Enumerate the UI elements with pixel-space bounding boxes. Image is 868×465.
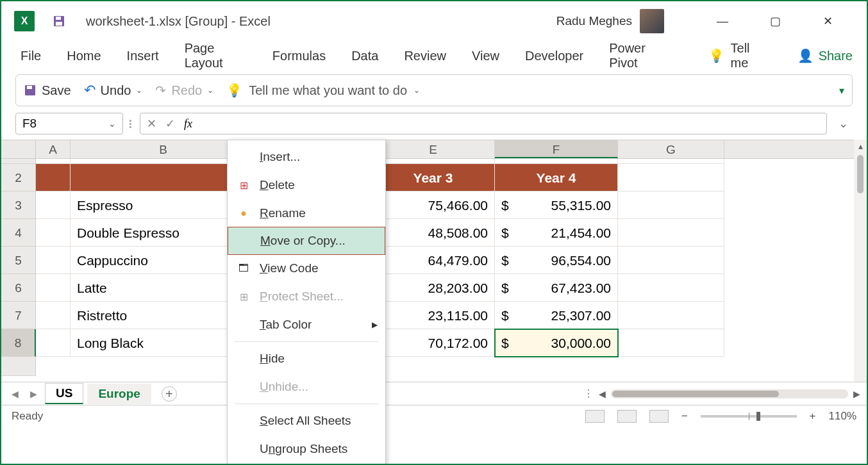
tab-file[interactable]: File	[15, 45, 46, 67]
menu-insert[interactable]: Insert...	[228, 143, 385, 171]
cell[interactable]	[36, 247, 71, 274]
menu-delete[interactable]: ⊞Delete	[228, 171, 385, 199]
col-header-G[interactable]: G	[618, 140, 724, 158]
cell[interactable]	[618, 274, 724, 302]
menu-select-all-sheets[interactable]: Select All Sheets	[228, 407, 385, 435]
zoom-slider[interactable]	[701, 415, 797, 418]
tab-data[interactable]: Data	[346, 45, 383, 67]
col-header-F[interactable]: F	[495, 140, 618, 158]
tab-insert[interactable]: Insert	[122, 45, 164, 67]
tab-page-layout[interactable]: Page Layout	[179, 37, 252, 74]
sheet-tab-us[interactable]: US	[45, 383, 83, 404]
cell[interactable]	[36, 164, 71, 192]
cancel-icon[interactable]: ✕	[147, 117, 156, 131]
share-button[interactable]: 👤 Share	[797, 48, 853, 63]
name-box[interactable]: F8 ⌄	[15, 113, 123, 135]
cell[interactable]	[36, 219, 71, 247]
menu-ungroup-sheets[interactable]: Ungroup Sheets	[228, 435, 385, 463]
formula-bar[interactable]: ✕ ✓ fx	[140, 113, 827, 135]
scroll-up-icon[interactable]: ▴	[858, 140, 863, 152]
cell[interactable]	[36, 302, 71, 329]
cell[interactable]	[618, 329, 724, 357]
cell[interactable]: $96,554.00	[495, 247, 618, 274]
close-button[interactable]: ✕	[813, 11, 842, 31]
cell[interactable]: $64,479.00	[372, 247, 495, 274]
scroll-thumb[interactable]	[857, 155, 864, 193]
sheet-tab-europe[interactable]: Europe	[87, 384, 151, 404]
menu-hide[interactable]: Hide	[228, 345, 385, 373]
col-header-A[interactable]: A	[36, 140, 71, 158]
row-header-2[interactable]: 2	[1, 164, 36, 192]
cell[interactable]	[618, 164, 724, 192]
chevron-down-icon[interactable]: ⌄	[136, 86, 142, 95]
cell[interactable]	[618, 192, 724, 219]
cell[interactable]: $67,423.00	[495, 274, 618, 302]
chevron-down-icon[interactable]: ⌄	[207, 86, 213, 95]
zoom-out-button[interactable]: −	[681, 410, 688, 423]
view-normal-button[interactable]	[585, 410, 605, 423]
row-header-3[interactable]: 3	[1, 192, 36, 219]
tab-developer[interactable]: Developer	[520, 45, 588, 67]
tab-view[interactable]: View	[467, 45, 505, 67]
redo-button[interactable]: ↷ Redo ⌄	[155, 83, 213, 98]
menu-view-code[interactable]: 🗔View Code	[228, 254, 385, 282]
maximize-button[interactable]: ▢	[760, 11, 790, 31]
sheet-nav-prev[interactable]: ◀	[8, 389, 22, 399]
menu-move-or-copy[interactable]: Move or Copy...	[228, 227, 385, 255]
cell[interactable]: $55,315.00	[495, 192, 618, 219]
grip-icon[interactable]	[129, 116, 133, 131]
col-header-E[interactable]: E	[372, 140, 495, 158]
scroll-right-icon[interactable]: ▶	[853, 389, 860, 399]
tab-review[interactable]: Review	[399, 45, 451, 67]
menu-tab-color[interactable]: Tab Color▶	[228, 311, 385, 339]
tab-power-pivot[interactable]: Power Pivot	[604, 37, 673, 74]
row-header-1[interactable]	[1, 159, 36, 164]
cell[interactable]	[36, 192, 71, 219]
cell[interactable]	[36, 329, 71, 357]
select-all-corner[interactable]	[1, 140, 36, 158]
enter-icon[interactable]: ✓	[165, 117, 175, 131]
cell[interactable]	[618, 302, 724, 329]
row-header-6[interactable]: 6	[1, 274, 36, 302]
add-sheet-button[interactable]: +	[162, 386, 177, 402]
cell[interactable]	[618, 247, 724, 274]
cell[interactable]: $28,203.00	[372, 274, 495, 302]
save-icon[interactable]	[53, 15, 65, 28]
horizontal-scrollbar[interactable]: ⋮ ◀ ▶	[583, 388, 860, 400]
vertical-scrollbar[interactable]: ▴	[854, 140, 867, 382]
marker-icon[interactable]: ▾	[839, 85, 844, 97]
row-header-4[interactable]: 4	[1, 219, 36, 247]
cell[interactable]: $48,508.00	[372, 219, 495, 247]
cell[interactable]: $25,307.00	[495, 302, 618, 329]
undo-button[interactable]: ↶ Undo ⌄	[84, 82, 143, 99]
user-name[interactable]: Radu Meghes	[556, 14, 632, 28]
cell[interactable]	[618, 219, 724, 247]
cell[interactable]: $23,115.00	[372, 302, 495, 329]
cell[interactable]: Year 3	[372, 164, 495, 192]
scroll-left-icon[interactable]: ◀	[599, 389, 606, 399]
row-header-5[interactable]: 5	[1, 247, 36, 274]
expand-formula-bar[interactable]: ⌄	[833, 117, 853, 131]
tab-home[interactable]: Home	[62, 45, 106, 67]
view-page-break-button[interactable]	[649, 410, 669, 423]
row-header-9[interactable]	[1, 357, 36, 376]
fx-icon[interactable]: fx	[184, 117, 192, 131]
tab-formulas[interactable]: Formulas	[267, 45, 331, 67]
menu-protect-sheet[interactable]: ⊞Protect Sheet...	[228, 282, 385, 311]
zoom-in-button[interactable]: +	[810, 410, 816, 423]
zoom-level[interactable]: 110%	[829, 410, 856, 423]
cell[interactable]: Year 4	[495, 164, 618, 192]
tell-me-label[interactable]: Tell me	[731, 41, 763, 70]
cell[interactable]: $75,466.00	[372, 192, 495, 219]
menu-rename[interactable]: ●Rename	[228, 199, 385, 227]
row-header-8[interactable]: 8	[1, 329, 36, 357]
cell[interactable]: $30,000.00	[495, 329, 618, 357]
save-button[interactable]: Save	[24, 83, 71, 98]
grip-icon[interactable]: ⋮	[583, 388, 594, 400]
tell-me-input[interactable]: 💡 Tell me what you want to do ⌄	[226, 83, 814, 98]
chevron-down-icon[interactable]: ⌄	[108, 118, 116, 129]
view-page-layout-button[interactable]	[617, 410, 637, 423]
cell[interactable]: $21,454.00	[495, 219, 618, 247]
avatar[interactable]	[640, 9, 664, 33]
scroll-thumb[interactable]	[612, 391, 779, 397]
